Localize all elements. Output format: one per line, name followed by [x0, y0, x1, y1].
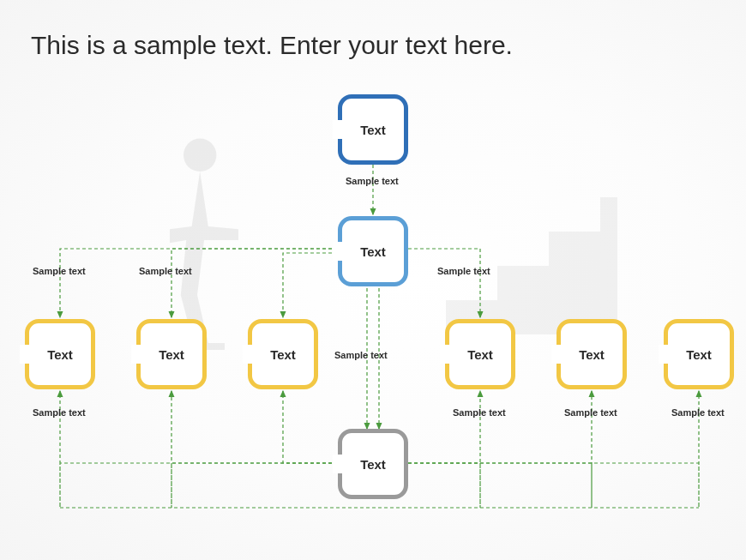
node-mid: Text	[338, 216, 408, 286]
node-y2: Text	[136, 319, 207, 389]
node-label: Text	[360, 457, 386, 472]
node-label: Text	[47, 347, 73, 362]
edge-label-mid-bottom: Sample text	[334, 350, 388, 360]
edge-label-bottom-y1: Sample text	[33, 407, 86, 418]
node-y6: Text	[664, 319, 734, 389]
node-label: Text	[467, 347, 493, 362]
node-label: Text	[686, 347, 712, 362]
node-label: Text	[159, 347, 184, 362]
node-label: Text	[270, 347, 296, 362]
node-top: Text	[338, 94, 408, 165]
node-y5: Text	[556, 319, 627, 389]
svg-point-0	[183, 139, 216, 172]
edge-label-bottom-y5: Sample text	[564, 407, 617, 418]
edge-label-mid-y4: Sample text	[437, 266, 490, 276]
node-label: Text	[360, 244, 386, 259]
node-label: Text	[579, 347, 605, 362]
node-y4: Text	[445, 319, 515, 389]
page-title: This is a sample text. Enter your text h…	[31, 31, 513, 60]
background-steps	[446, 163, 617, 338]
edge-label-mid-y2: Sample text	[139, 266, 192, 276]
edge-label-mid-y1: Sample text	[33, 266, 86, 276]
edge-label-bottom-y6: Sample text	[671, 407, 725, 418]
edge-label-bottom-y4: Sample text	[453, 407, 506, 418]
node-label: Text	[360, 123, 386, 137]
node-y3: Text	[248, 319, 318, 389]
node-y1: Text	[25, 319, 95, 389]
node-bottom: Text	[338, 429, 408, 499]
edge-label-top-mid: Sample text	[346, 176, 399, 186]
